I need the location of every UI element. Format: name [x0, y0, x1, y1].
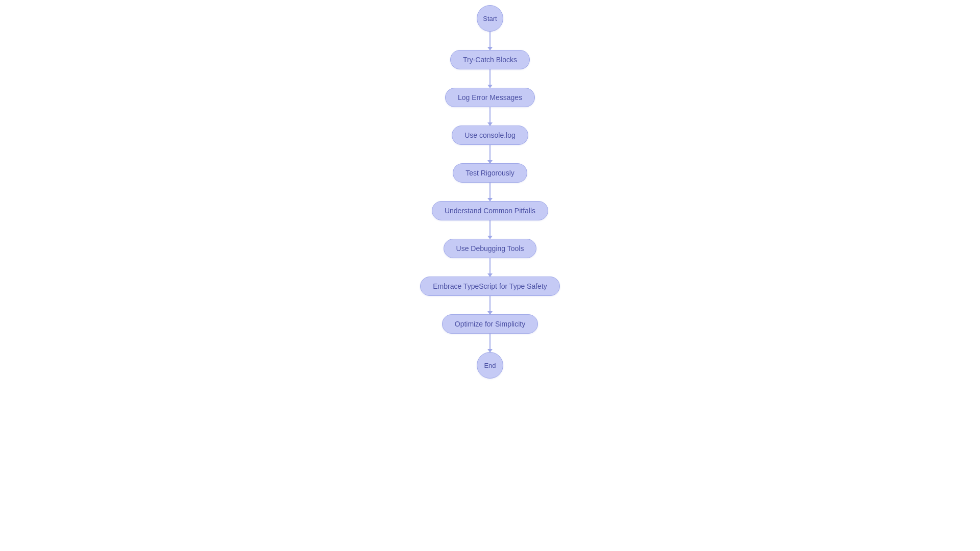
diagram-container: Start Try-Catch Blocks Log Error Message…: [0, 0, 980, 551]
node-test-rigorously: Test Rigorously: [453, 163, 527, 183]
node-understand-pitfalls: Understand Common Pitfalls: [432, 201, 548, 220]
node-typescript: Embrace TypeScript for Type Safety: [420, 277, 560, 296]
connector-1: [489, 69, 491, 88]
node-end: End: [477, 352, 503, 379]
node-use-console: Use console.log: [452, 126, 528, 145]
connector-4: [489, 183, 491, 201]
connector-5: [489, 220, 491, 239]
connector-0: [489, 32, 491, 50]
connector-3: [489, 145, 491, 163]
flowchart: Start Try-Catch Blocks Log Error Message…: [420, 5, 560, 379]
node-debugging-tools: Use Debugging Tools: [444, 239, 537, 258]
node-optimize: Optimize for Simplicity: [442, 314, 538, 334]
node-start: Start: [477, 5, 503, 32]
connector-7: [489, 296, 491, 314]
node-log-errors: Log Error Messages: [445, 88, 535, 107]
connector-8: [489, 334, 491, 352]
node-try-catch: Try-Catch Blocks: [450, 50, 530, 69]
connector-2: [489, 107, 491, 126]
connector-6: [489, 258, 491, 277]
